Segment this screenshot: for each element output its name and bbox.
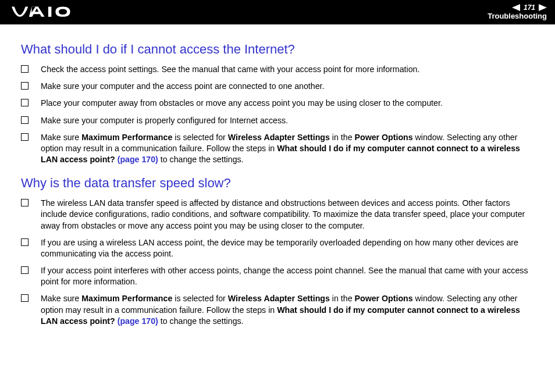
next-page-button[interactable] — [539, 4, 547, 11]
page-content: What should I do if I cannot access the … — [0, 24, 555, 344]
vaio-logo — [12, 6, 85, 19]
bold-text: Maximum Performance — [81, 133, 172, 142]
page-reference-link[interactable]: (page 170) — [118, 155, 158, 164]
bold-text: Power Options — [355, 294, 413, 303]
bold-text: Wireless Adapter Settings — [228, 133, 330, 142]
text: in the — [330, 294, 355, 303]
list-item: Make sure Maximum Performance is selecte… — [21, 293, 536, 327]
list-item: Check the access point settings. See the… — [21, 64, 536, 75]
bold-text: Maximum Performance — [81, 294, 172, 303]
svg-rect-1 — [48, 7, 51, 17]
list-item: Make sure your computer is properly conf… — [21, 115, 536, 126]
text: to change the settings. — [158, 155, 244, 164]
arrow-left-icon — [512, 4, 520, 11]
page-navigation: 171 — [512, 3, 547, 12]
list-item: If your access point interferes with oth… — [21, 265, 536, 287]
arrow-right-icon — [539, 4, 547, 11]
text: in the — [330, 133, 355, 142]
list-item: Make sure Maximum Performance is selecte… — [21, 132, 536, 166]
text: to change the settings. — [158, 316, 244, 326]
text: Make sure — [41, 133, 81, 142]
list-item: The wireless LAN data transfer speed is … — [21, 198, 536, 231]
list-item: Make sure your computer and the access p… — [21, 81, 536, 92]
svg-marker-3 — [539, 4, 547, 11]
svg-marker-2 — [512, 4, 520, 11]
page-header: 171 Troubleshooting — [0, 0, 555, 24]
checklist-internet: Check the access point settings. See the… — [21, 64, 536, 165]
page-number: 171 — [521, 3, 538, 12]
bold-text: Wireless Adapter Settings — [228, 294, 330, 303]
section-title: Troubleshooting — [488, 12, 547, 21]
text: Make sure — [41, 294, 81, 303]
list-item: Place your computer away from obstacles … — [21, 98, 536, 109]
header-right: 171 Troubleshooting — [488, 3, 547, 21]
page-reference-link[interactable]: (page 170) — [118, 316, 158, 326]
heading-internet-access: What should I do if I cannot access the … — [21, 42, 536, 57]
prev-page-button[interactable] — [512, 4, 520, 11]
heading-transfer-speed: Why is the data transfer speed slow? — [21, 176, 536, 191]
text: is selected for — [172, 133, 227, 142]
list-item: If you are using a wireless LAN access p… — [21, 237, 536, 259]
checklist-speed: The wireless LAN data transfer speed is … — [21, 198, 536, 327]
text: is selected for — [172, 294, 227, 303]
bold-text: Power Options — [355, 133, 413, 142]
